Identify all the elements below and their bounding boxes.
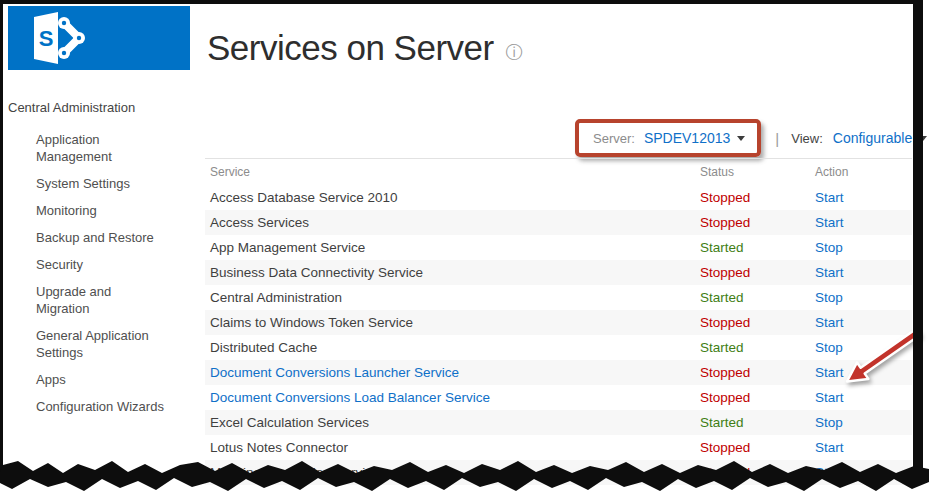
sidebar-item-label: Monitoring <box>36 202 97 219</box>
action-link[interactable]: Stop <box>815 240 843 255</box>
toolbar: Server: SPDEV12013 | View: Configurable <box>575 119 927 157</box>
sidebar-item-label: Configuration Wizards <box>36 398 164 415</box>
info-icon[interactable]: ⓘ <box>506 44 523 61</box>
service-name: Access Database Service 2010 <box>210 190 398 205</box>
action-link[interactable]: Start <box>815 215 844 230</box>
status-badge: Started <box>700 340 744 355</box>
sidebar-item[interactable]: Application Management <box>8 131 166 165</box>
action-link[interactable]: Stop <box>815 290 843 305</box>
sidebar-items: Application Management System Settings M… <box>8 131 188 415</box>
table-row: Excel Calculation Services Started Stop <box>205 410 912 435</box>
table-row: Machine Translation Service Stopped Star… <box>205 460 912 485</box>
column-header-status: Status <box>700 165 815 185</box>
chevron-down-icon <box>737 136 745 141</box>
server-label: Server: <box>593 131 635 146</box>
status-badge: Stopped <box>700 440 750 455</box>
status-badge: Started <box>700 415 744 430</box>
service-name: App Management Service <box>210 240 365 255</box>
status-badge: Stopped <box>700 315 750 330</box>
sidebar-item[interactable]: Security <box>8 256 166 273</box>
annotation-highlight-box: Server: SPDEV12013 <box>575 119 761 157</box>
separator: | <box>775 130 779 147</box>
table-body: Access Database Service 2010 Stopped Sta… <box>205 185 912 485</box>
service-name[interactable]: Document Conversions Launcher Service <box>210 365 459 380</box>
table-row: Claims to Windows Token Service Stopped … <box>205 310 912 335</box>
status-badge: Started <box>700 290 744 305</box>
action-link[interactable]: Stop <box>815 415 843 430</box>
table-row: Business Data Connectivity Service Stopp… <box>205 260 912 285</box>
sidebar-nav: Central Administration Application Manag… <box>8 100 188 425</box>
service-name: Claims to Windows Token Service <box>210 315 413 330</box>
status-badge: Stopped <box>700 265 750 280</box>
sharepoint-icon: S <box>26 11 90 65</box>
status-badge: Stopped <box>700 365 750 380</box>
service-name[interactable]: Document Conversions Load Balancer Servi… <box>210 390 490 405</box>
sidebar-item[interactable]: Configuration Wizards <box>8 398 166 415</box>
action-link[interactable]: Start <box>815 190 844 205</box>
table-row: Access Services Stopped Start <box>205 210 912 235</box>
status-badge: Stopped <box>700 215 750 230</box>
service-name: Machine Translation Service <box>210 465 380 480</box>
service-name: Access Services <box>210 215 309 230</box>
server-dropdown[interactable]: SPDEV12013 <box>644 130 745 146</box>
sidebar-item-label: System Settings <box>36 175 130 192</box>
sidebar-item-label: Upgrade and Migration <box>36 283 164 317</box>
table-row: Document Conversions Load Balancer Servi… <box>205 385 912 410</box>
view-dropdown[interactable]: Configurable <box>833 130 927 146</box>
service-name: Central Administration <box>210 290 342 305</box>
status-badge: Stopped <box>700 190 750 205</box>
view-value: Configurable <box>833 130 912 146</box>
table-row: Document Conversions Launcher Service St… <box>205 360 912 385</box>
sidebar-item-label: Apps <box>36 371 66 388</box>
table-row: Central Administration Started Stop <box>205 285 912 310</box>
sharepoint-logo[interactable]: S <box>8 6 190 70</box>
table-header: Service Status Action <box>205 158 912 185</box>
column-header-service: Service <box>205 165 700 185</box>
sidebar-item[interactable]: Apps <box>8 371 166 388</box>
service-name: Distributed Cache <box>210 340 317 355</box>
sidebar-item-label: Application Management <box>36 131 164 165</box>
services-table: Service Status Action Access Database Se… <box>205 158 912 485</box>
status-badge: Stopped <box>700 390 750 405</box>
table-row: App Management Service Started Stop <box>205 235 912 260</box>
server-value: SPDEV12013 <box>644 130 730 146</box>
view-label: View: <box>791 131 823 146</box>
action-link[interactable]: Start <box>815 365 844 380</box>
action-link[interactable]: Start <box>815 440 844 455</box>
action-link[interactable]: Start <box>815 465 844 480</box>
status-badge: Started <box>700 240 744 255</box>
column-header-action: Action <box>815 165 912 185</box>
services-on-server-page: S Central Administration Application Man… <box>0 0 929 495</box>
table-row: Access Database Service 2010 Stopped Sta… <box>205 185 912 210</box>
sidebar-item-label: Security <box>36 256 83 273</box>
sidebar-item[interactable]: Backup and Restore <box>8 229 166 246</box>
service-name: Lotus Notes Connector <box>210 440 348 455</box>
action-link[interactable]: Start <box>815 390 844 405</box>
chevron-down-icon <box>919 136 927 141</box>
sidebar-item[interactable]: System Settings <box>8 175 166 192</box>
sidebar-item[interactable]: Monitoring <box>8 202 166 219</box>
logo-letter: S <box>39 26 54 51</box>
service-name: Business Data Connectivity Service <box>210 265 423 280</box>
service-name: Excel Calculation Services <box>210 415 369 430</box>
status-badge: Stopped <box>700 465 750 480</box>
sidebar-item[interactable]: Upgrade and Migration <box>8 283 166 317</box>
sidebar-item-central-administration[interactable]: Central Administration <box>8 100 188 115</box>
sidebar-item-label: Backup and Restore <box>36 229 154 246</box>
table-row: Distributed Cache Started Stop <box>205 335 912 360</box>
action-link[interactable]: Start <box>815 265 844 280</box>
page-header: Services on Server ⓘ <box>207 28 523 68</box>
table-row: Lotus Notes Connector Stopped Start <box>205 435 912 460</box>
page-title: Services on Server <box>207 28 494 68</box>
sidebar-item-label: General Application Settings <box>36 327 164 361</box>
action-link[interactable]: Start <box>815 315 844 330</box>
action-link[interactable]: Stop <box>815 340 843 355</box>
sidebar-item[interactable]: General Application Settings <box>8 327 166 361</box>
